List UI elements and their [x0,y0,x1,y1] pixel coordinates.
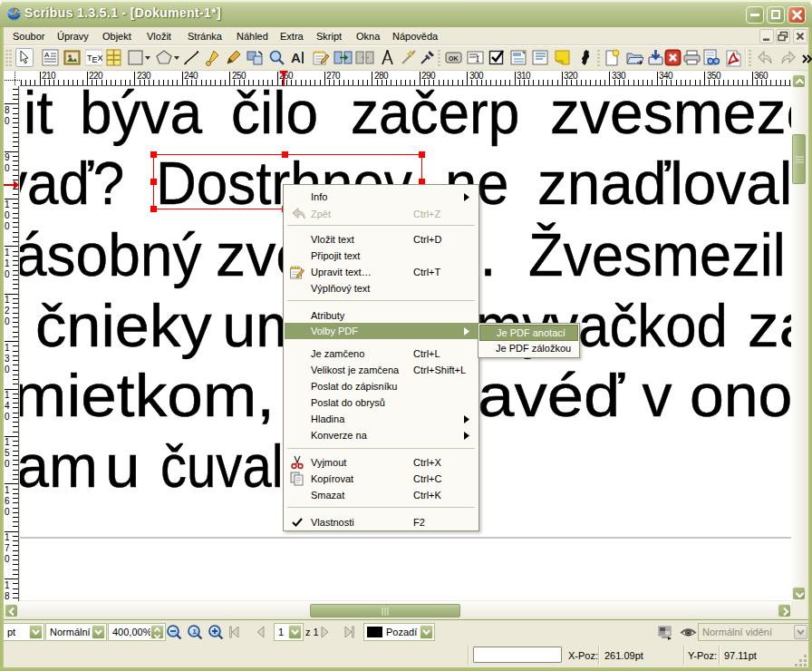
svg-text:A: A [291,50,301,65]
svg-text:OK: OK [449,55,459,62]
svg-text:A: A [44,51,50,59]
svg-text:1: 1 [192,627,197,636]
